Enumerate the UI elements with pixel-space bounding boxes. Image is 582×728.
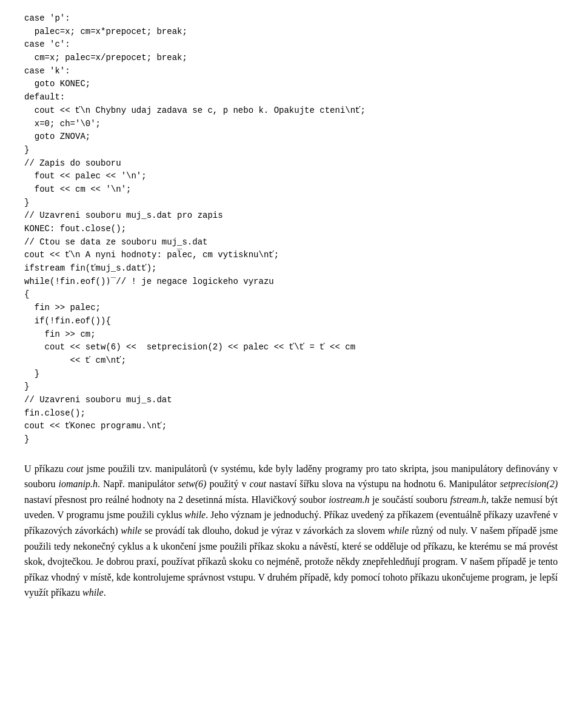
code-section: case 'p': palec=x; cm=x*prepocet; break;… [24,12,558,447]
paragraph-1: U příkazu cout jsme použili tzv. manipul… [24,461,558,601]
prose-section: U příkazu cout jsme použili tzv. manipul… [24,461,558,601]
code-content: case 'p': palec=x; cm=x*prepocet; break;… [24,12,558,447]
